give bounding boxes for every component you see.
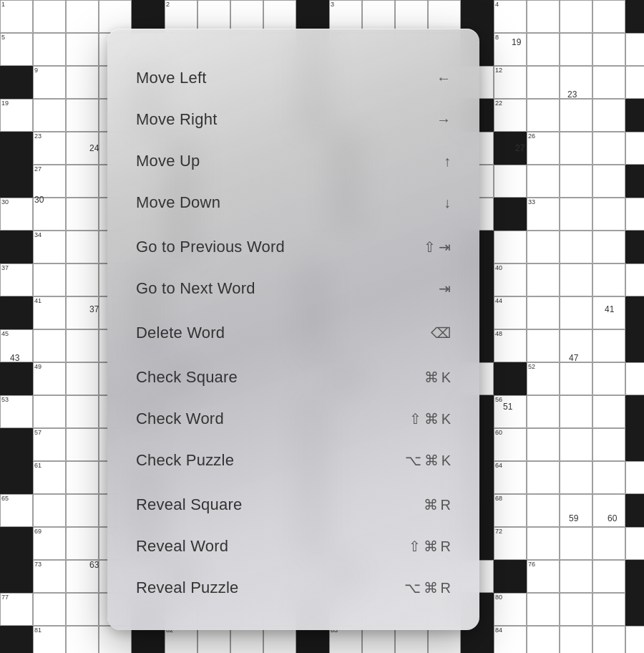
menu-item-move-up[interactable]: Move Up↑ — [107, 140, 479, 182]
grid-number-37: 37 — [89, 304, 99, 314]
menu-item-move-right[interactable]: Move Right→ — [107, 99, 479, 140]
shortcut-key: ⌘ — [424, 579, 438, 596]
grid-number-24: 24 — [89, 143, 99, 153]
menu-item-move-left[interactable]: Move Left← — [107, 57, 479, 99]
context-menu: Move Left←Move Right→Move Up↑Move Down↓G… — [107, 29, 479, 630]
grid-number-43: 43 — [10, 353, 19, 363]
shortcut-key: ⇥ — [439, 238, 451, 256]
grid-number-30: 30 — [34, 195, 44, 205]
grid-number-59: 59 — [569, 513, 578, 523]
shortcut-key: ⌘ — [424, 452, 439, 469]
menu-item-shortcuts: → — [436, 112, 451, 128]
grid-number-19: 19 — [512, 37, 521, 47]
menu-item-shortcuts: ⌘R — [424, 496, 451, 513]
shortcut-key: ↓ — [444, 195, 451, 211]
shortcut-key: ⌘ — [424, 410, 439, 427]
shortcut-key: K — [441, 369, 451, 386]
grid-number-41: 41 — [605, 304, 614, 314]
shortcut-key: K — [441, 453, 451, 469]
grid-number-63: 63 — [89, 560, 99, 570]
shortcut-key: R — [441, 538, 451, 555]
menu-items-container: Move Left←Move Right→Move Up↑Move Down↓G… — [107, 50, 479, 609]
menu-item-label: Move Left — [136, 69, 207, 87]
grid-number-47: 47 — [569, 353, 578, 363]
menu-item-label: Reveal Square — [136, 495, 242, 514]
menu-item-label: Move Up — [136, 152, 200, 170]
menu-item-reveal-square[interactable]: Reveal Square⌘R — [107, 484, 479, 526]
menu-item-shortcuts: ⌥⌘R — [404, 579, 451, 596]
shortcut-key: ⌫ — [431, 324, 451, 342]
shortcut-key: ⇧ — [424, 238, 436, 256]
shortcut-key: ⌥ — [405, 452, 421, 469]
grid-number-51: 51 — [503, 402, 512, 412]
menu-item-reveal-puzzle[interactable]: Reveal Puzzle⌥⌘R — [107, 567, 479, 609]
menu-item-shortcuts: ↑ — [444, 153, 451, 170]
shortcut-key: ← — [436, 70, 451, 87]
menu-item-label: Check Square — [136, 368, 238, 387]
menu-item-shortcuts: ⇥ — [439, 280, 451, 297]
menu-item-shortcuts: ⇧⇥ — [424, 238, 451, 256]
shortcut-key: ⇧ — [409, 410, 421, 427]
menu-item-shortcuts: ⇧⌘R — [409, 538, 451, 555]
menu-item-label: Check Word — [136, 410, 224, 428]
shortcut-key: → — [436, 112, 451, 128]
shortcut-key: ↑ — [444, 153, 451, 170]
menu-item-shortcuts: ← — [436, 70, 451, 87]
shortcut-key: ⌥ — [404, 579, 421, 596]
shortcut-key: ⌘ — [424, 369, 439, 386]
menu-item-label: Move Down — [136, 193, 220, 212]
shortcut-key: R — [441, 580, 451, 596]
shortcut-key: ⇥ — [439, 280, 451, 297]
menu-item-label: Delete Word — [136, 324, 225, 342]
menu-item-delete-word[interactable]: Delete Word⌫ — [107, 312, 479, 354]
menu-item-check-square[interactable]: Check Square⌘K — [107, 357, 479, 398]
menu-item-shortcuts: ⌘K — [424, 369, 451, 386]
menu-item-shortcuts: ↓ — [444, 195, 451, 211]
menu-item-shortcuts: ⌥⌘K — [405, 452, 451, 469]
menu-item-label: Move Right — [136, 110, 217, 129]
menu-item-go-to-next-word[interactable]: Go to Next Word⇥ — [107, 268, 479, 309]
menu-item-move-down[interactable]: Move Down↓ — [107, 182, 479, 223]
menu-item-shortcuts: ⇧⌘K — [409, 410, 451, 427]
grid-number-60: 60 — [608, 513, 617, 523]
menu-item-reveal-word[interactable]: Reveal Word⇧⌘R — [107, 526, 479, 567]
menu-item-label: Reveal Word — [136, 537, 228, 556]
shortcut-key: ⇧ — [409, 538, 421, 555]
shortcut-key: ⌘ — [424, 538, 438, 555]
menu-item-label: Go to Next Word — [136, 279, 255, 298]
shortcut-key: K — [441, 411, 451, 427]
menu-item-label: Go to Previous Word — [136, 238, 285, 256]
shortcut-key: R — [441, 497, 451, 513]
menu-item-go-to-previous-word[interactable]: Go to Previous Word⇧⇥ — [107, 226, 479, 268]
menu-item-label: Check Puzzle — [136, 451, 234, 470]
menu-item-check-word[interactable]: Check Word⇧⌘K — [107, 398, 479, 440]
menu-item-label: Reveal Puzzle — [136, 579, 239, 597]
shortcut-key: ⌘ — [424, 496, 438, 513]
grid-number-27: 27 — [515, 143, 525, 153]
grid-number-23: 23 — [567, 90, 577, 100]
menu-item-shortcuts: ⌫ — [431, 324, 451, 342]
menu-item-check-puzzle[interactable]: Check Puzzle⌥⌘K — [107, 440, 479, 481]
